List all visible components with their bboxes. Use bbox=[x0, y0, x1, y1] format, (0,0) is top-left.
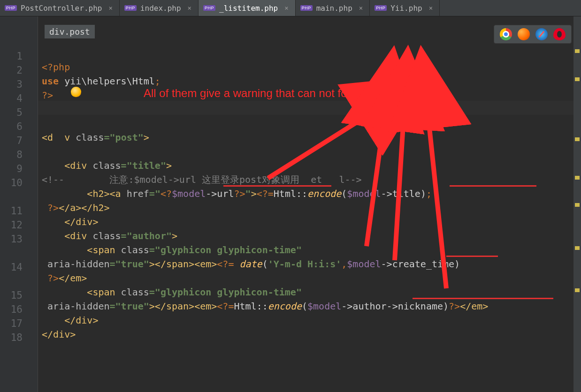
php-icon: PHP bbox=[300, 5, 313, 11]
code-content[interactable]: div.post <?php use yii\helpers\Html; ?> … bbox=[38, 16, 581, 392]
tab-yii[interactable]: PHPYii.php× bbox=[370, 0, 440, 16]
scrollbar[interactable] bbox=[573, 16, 581, 392]
php-icon: PHP bbox=[375, 5, 387, 11]
php-icon: PHP bbox=[124, 5, 137, 11]
php-icon: PHP bbox=[5, 5, 17, 11]
close-icon[interactable]: × bbox=[429, 4, 433, 12]
warning-underline bbox=[413, 298, 553, 299]
close-icon[interactable]: × bbox=[108, 4, 112, 12]
line-number-gutter: 123 456 789 10 11 1213 14 15 161718 bbox=[0, 16, 28, 392]
annotation-text: All of them give a warning that can not … bbox=[144, 87, 420, 100]
warning-marker[interactable] bbox=[575, 176, 580, 180]
warning-marker[interactable] bbox=[575, 203, 580, 207]
php-icon: PHP bbox=[203, 5, 215, 11]
warning-marker[interactable] bbox=[575, 137, 580, 141]
close-icon[interactable]: × bbox=[284, 4, 288, 12]
warning-marker[interactable] bbox=[575, 246, 580, 250]
safari-icon[interactable] bbox=[535, 28, 548, 40]
warning-marker[interactable] bbox=[575, 49, 580, 53]
warning-marker[interactable] bbox=[575, 77, 580, 81]
editor-area: 123 456 789 10 11 1213 14 15 161718 div.… bbox=[0, 16, 581, 392]
warning-marker[interactable] bbox=[575, 288, 580, 292]
close-icon[interactable]: × bbox=[188, 4, 191, 12]
warning-underline bbox=[450, 185, 536, 187]
browser-preview-toolbar bbox=[494, 25, 572, 44]
opera-icon[interactable] bbox=[553, 28, 566, 40]
tab-index[interactable]: PHPindex.php× bbox=[120, 0, 199, 16]
warning-underline bbox=[223, 185, 331, 187]
chrome-icon[interactable] bbox=[500, 28, 512, 40]
editor-tabs: PHPPostController.php× PHPindex.php× PHP… bbox=[0, 0, 581, 16]
tab-listitem[interactable]: PHP_listitem.php× bbox=[199, 0, 296, 16]
warning-underline bbox=[446, 256, 498, 257]
tab-postcontroller[interactable]: PHPPostController.php× bbox=[0, 0, 120, 16]
tab-main[interactable]: PHPmain.php× bbox=[296, 0, 370, 16]
fold-column[interactable] bbox=[28, 16, 38, 392]
close-icon[interactable]: × bbox=[359, 4, 363, 12]
firefox-icon[interactable] bbox=[518, 28, 530, 40]
